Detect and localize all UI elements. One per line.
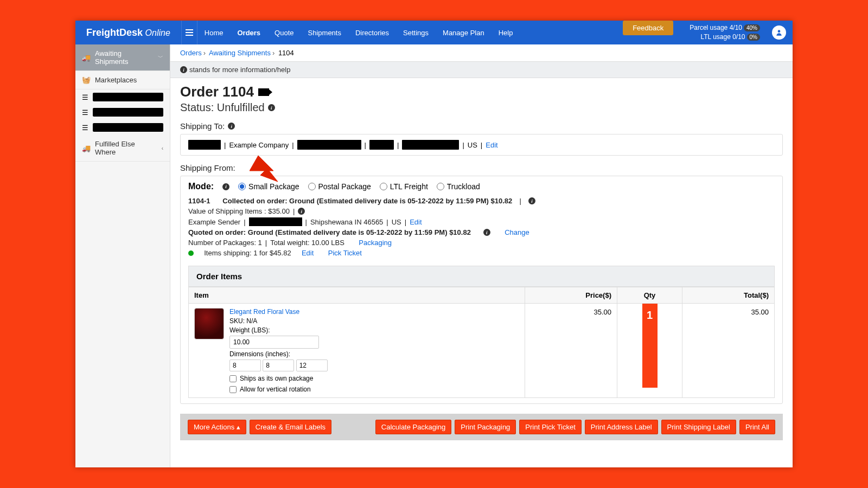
chevron-down-icon: ﹀ bbox=[158, 54, 163, 61]
print-packaging-button[interactable]: Print Packaging bbox=[455, 420, 516, 434]
crumb-orders[interactable]: Orders bbox=[180, 49, 202, 57]
video-icon[interactable] bbox=[258, 88, 269, 96]
package-count: Number of Packages: 1 bbox=[188, 239, 262, 247]
parcel-badge: 40% bbox=[744, 24, 760, 31]
shipping-from-panel: Mode: i Small Package Postal Package LTL… bbox=[180, 176, 783, 404]
table-row: Elegant Red Floral Vase SKU: N/A Weight … bbox=[189, 304, 775, 398]
product-thumbnail bbox=[194, 308, 224, 339]
weight-input[interactable] bbox=[229, 336, 319, 349]
main-nav: Home Orders Quote Shipments Directories … bbox=[197, 21, 520, 44]
redacted bbox=[297, 140, 361, 150]
avatar[interactable] bbox=[772, 25, 786, 40]
nav-quote[interactable]: Quote bbox=[267, 21, 301, 44]
shipping-to-panel: | Example Company | | | | US | Edit bbox=[180, 134, 783, 156]
nav-shipments[interactable]: Shipments bbox=[301, 21, 348, 44]
nav-home[interactable]: Home bbox=[197, 21, 231, 44]
basket-icon: 🧺 bbox=[82, 76, 91, 84]
item-price: 35.00 bbox=[525, 304, 617, 398]
mode-truckload[interactable]: Truckload bbox=[437, 182, 480, 191]
print-shipping-label-button[interactable]: Print Shipping Label bbox=[661, 420, 736, 434]
info-help-bar: istands for more information/help bbox=[170, 61, 793, 78]
info-icon[interactable]: i bbox=[222, 183, 229, 190]
logo: FreightDesk Online bbox=[75, 27, 181, 38]
feedback-button[interactable]: Feedback bbox=[623, 21, 673, 35]
pick-ticket-link[interactable]: Pick Ticket bbox=[328, 249, 362, 257]
info-icon[interactable]: i bbox=[228, 123, 235, 130]
svg-point-3 bbox=[778, 30, 781, 33]
dim-width-input[interactable] bbox=[263, 359, 294, 371]
col-total: Total($) bbox=[682, 287, 775, 304]
order-items-table: Item Price($) Qty Total($) Elegant Red F… bbox=[188, 287, 775, 398]
info-icon[interactable]: i bbox=[298, 208, 305, 215]
info-icon: i bbox=[180, 66, 187, 73]
mode-postal-package[interactable]: Postal Package bbox=[308, 182, 371, 191]
svg-rect-1 bbox=[186, 32, 193, 33]
ship-to-company: Example Company bbox=[229, 141, 289, 149]
chevron-left-icon: ‹ bbox=[162, 145, 163, 151]
create-email-labels-button[interactable]: Create & Email Labels bbox=[250, 420, 331, 434]
product-sku: SKU: N/A bbox=[229, 317, 328, 325]
order-status: Status: Unfulfilled i bbox=[180, 101, 783, 114]
mode-ltl-freight[interactable]: LTL Freight bbox=[380, 182, 428, 191]
edit-sender-link[interactable]: Edit bbox=[410, 218, 422, 226]
product-name-link[interactable]: Elegant Red Floral Vase bbox=[229, 308, 328, 316]
print-address-label-button[interactable]: Print Address Label bbox=[585, 420, 658, 434]
dim-length-input[interactable] bbox=[229, 359, 261, 371]
truck-icon: 🚚 bbox=[82, 144, 91, 152]
print-pick-ticket-button[interactable]: Print Pick Ticket bbox=[519, 420, 581, 434]
edit-ship-to-link[interactable]: Edit bbox=[486, 141, 497, 149]
shipping-to-header: Shipping To: i bbox=[180, 121, 783, 131]
sidebar-marketplace-item[interactable]: ☰ bbox=[75, 120, 170, 135]
calculate-packaging-button[interactable]: Calculate Packaging bbox=[375, 420, 452, 434]
change-quote-link[interactable]: Change bbox=[505, 228, 529, 236]
own-package-checkbox[interactable]: Ships as its own package bbox=[229, 375, 328, 382]
topbar: FreightDesk Online Home Orders Quote Shi… bbox=[75, 21, 793, 44]
mode-label: Mode: bbox=[188, 182, 214, 191]
packaging-link[interactable]: Packaging bbox=[359, 239, 392, 247]
nav-orders[interactable]: Orders bbox=[230, 21, 267, 44]
menu-toggle-icon[interactable] bbox=[181, 21, 197, 44]
nav-directories[interactable]: Directories bbox=[348, 21, 396, 44]
item-total: 35.00 bbox=[682, 304, 775, 398]
ship-to-country: US bbox=[468, 141, 477, 149]
sidebar-marketplace-item[interactable]: ☰ bbox=[75, 89, 170, 105]
shipping-from-header: Shipping From: bbox=[180, 163, 783, 172]
nav-settings[interactable]: Settings bbox=[396, 21, 436, 44]
list-icon: ☰ bbox=[82, 124, 88, 132]
info-icon[interactable]: i bbox=[528, 197, 535, 204]
crumb-current: 1104 bbox=[278, 49, 294, 57]
dimensions-label: Dimensions (inches): bbox=[229, 350, 328, 358]
dim-height-input[interactable] bbox=[296, 359, 328, 371]
svg-rect-0 bbox=[186, 29, 193, 30]
nav-manage-plan[interactable]: Manage Plan bbox=[436, 21, 492, 44]
sidebar-awaiting-shipments[interactable]: 🚚 Awaiting Shipments﹀ bbox=[75, 44, 170, 71]
info-icon[interactable]: i bbox=[268, 104, 275, 111]
sidebar-marketplaces[interactable]: 🧺 Marketplaces bbox=[75, 71, 170, 89]
items-shipping: Items shipping: 1 for $45.82 bbox=[204, 249, 291, 257]
sidebar-marketplace-item[interactable]: ☰ bbox=[75, 105, 170, 120]
ltl-badge: 0% bbox=[747, 34, 760, 41]
redacted bbox=[402, 140, 459, 150]
vertical-rotation-checkbox[interactable]: Allow for vertical rotation bbox=[229, 386, 328, 393]
col-item: Item bbox=[189, 287, 525, 304]
status-dot-icon bbox=[188, 251, 194, 256]
crumb-awaiting[interactable]: Awaiting Shipments bbox=[209, 49, 271, 57]
item-qty: 1 bbox=[642, 304, 658, 388]
redacted bbox=[188, 140, 221, 150]
collected-info: Collected on order: Ground (Estimated de… bbox=[222, 197, 512, 205]
sidebar: 🚚 Awaiting Shipments﹀ 🧺 Marketplaces ☰ ☰… bbox=[75, 44, 170, 467]
edit-items-link[interactable]: Edit bbox=[302, 249, 314, 257]
truck-icon: 🚚 bbox=[82, 54, 91, 62]
sidebar-fulfilled-elsewhere[interactable]: 🚚 Fulfilled Else Where‹ bbox=[75, 135, 170, 162]
info-icon[interactable]: i bbox=[483, 229, 490, 236]
order-items-header: Order Items bbox=[188, 266, 775, 287]
page-title: Order 1104 bbox=[180, 84, 783, 100]
list-icon: ☰ bbox=[82, 93, 88, 101]
more-actions-button[interactable]: More Actions ▴ bbox=[188, 420, 246, 434]
col-qty: Qty bbox=[617, 287, 682, 304]
mode-small-package[interactable]: Small Package bbox=[238, 182, 299, 191]
nav-help[interactable]: Help bbox=[492, 21, 520, 44]
svg-rect-2 bbox=[186, 35, 193, 36]
print-all-button[interactable]: Print All bbox=[739, 420, 775, 434]
quoted-info: Quoted on order: Ground (Estimated deliv… bbox=[188, 228, 471, 236]
